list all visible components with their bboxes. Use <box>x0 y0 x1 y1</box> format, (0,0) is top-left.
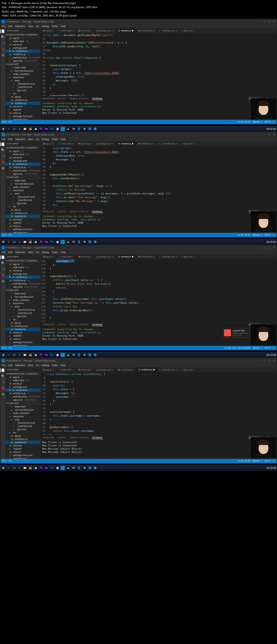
tree-item[interactable]: _mainSty.scss <box>5 85 41 89</box>
explorer-icon[interactable]: 📄 <box>0 142 4 146</box>
open-editor-item[interactable]: app.jssrc <box>5 150 41 153</box>
git-icon[interactable]: ⎇ <box>1 154 5 158</box>
tree-item[interactable]: _framework.scss <box>5 195 41 198</box>
open-editor-item[interactable]: chatStore.jssrc <box>5 166 41 169</box>
cursor-position[interactable]: Ln 116, Col 7 (12 selected) <box>225 347 250 349</box>
explorer-icon[interactable]: 📁 <box>23 240 27 244</box>
tree-item[interactable]: sass <box>5 79 41 82</box>
status-item[interactable]: ⚠ 0 <box>8 460 12 462</box>
tree-item[interactable]: _mainSty.scss <box>5 311 41 315</box>
vscode-taskbar-icon[interactable]: ⬚ <box>61 353 65 357</box>
editor-tab[interactable]: _mainSty.scss× <box>157 367 180 372</box>
editor-tab[interactable]: renderer.js <box>116 141 136 146</box>
panel-tab[interactable]: PROBLEMS <box>42 323 54 326</box>
photoshop-icon[interactable]: Ps <box>50 466 54 470</box>
chrome-icon[interactable]: ◉ <box>34 127 38 131</box>
tree-item[interactable]: app.scss <box>5 89 41 92</box>
photoshop-icon[interactable]: Ps <box>50 127 54 131</box>
tree-item[interactable]: src <box>5 92 41 95</box>
tree-item[interactable]: _mainSty.scss <box>5 198 41 202</box>
status-item[interactable]: ⚠ 0 <box>8 121 12 123</box>
firefox-icon[interactable]: 🦊 <box>28 353 32 357</box>
open-editor-item[interactable]: chatStore.jssrc <box>5 53 41 56</box>
project-section[interactable]: ▾ CHAT-APP <box>5 288 41 292</box>
start-button[interactable]: ⊞ <box>1 466 5 470</box>
premiere-icon[interactable]: Pr <box>39 127 43 131</box>
app-icon[interactable]: ▲ <box>66 353 70 357</box>
app-icon[interactable]: ✉ <box>71 466 76 470</box>
chrome-icon[interactable]: ◉ <box>34 240 38 244</box>
edge-icon[interactable]: e <box>17 240 22 244</box>
editor-content[interactable]: 1415161718192021222324252627282930313233… <box>41 33 276 96</box>
explorer-icon[interactable]: 📄 <box>0 255 4 259</box>
app-icon[interactable]: ✉ <box>71 353 76 357</box>
search-icon[interactable]: 🔍 <box>1 261 5 265</box>
menu-item[interactable]: Selection <box>15 25 25 28</box>
tree-item[interactable]: _framework.scss <box>5 308 41 311</box>
task-view-icon[interactable]: ▭ <box>12 127 16 131</box>
tree-item[interactable]: app.js <box>5 321 41 324</box>
maximize-button[interactable]: ▢ <box>268 133 271 136</box>
toast-notification[interactable]: Laravel MixBuild successfulSnoreToast <box>223 328 249 338</box>
panel-tab[interactable]: OUTPUT <box>57 323 66 326</box>
minimap[interactable] <box>268 259 276 322</box>
tree-item[interactable]: resources <box>5 189 41 192</box>
tree-item[interactable]: .babelrc <box>5 108 41 111</box>
open-editor-item[interactable]: _mainSty.scssresources/sass <box>5 395 41 398</box>
editor-tab[interactable]: app.js× <box>41 367 56 372</box>
terminal-output[interactable]: [nodemon] restarting due to changes...[n… <box>41 101 276 120</box>
search-icon[interactable]: 🔍 <box>1 374 5 378</box>
debug-icon[interactable]: 🐞 <box>1 273 5 277</box>
editor-tab[interactable]: chatStore.js <box>136 367 157 372</box>
menu-item[interactable]: Tasks <box>52 251 58 254</box>
menu-item[interactable]: Edit <box>8 364 13 367</box>
feedback-icon[interactable]: ☺ <box>273 347 275 349</box>
tree-item[interactable]: app.scss <box>5 202 41 205</box>
cursor-position[interactable]: Ln 26, Col 19 <box>238 121 250 123</box>
tree-item[interactable]: node_modules <box>5 411 41 415</box>
start-button[interactable]: ⊞ <box>1 240 5 244</box>
app-icon[interactable]: 👤 <box>77 353 81 357</box>
open-editor-item[interactable]: index.htmldist <box>5 153 41 156</box>
feedback-icon[interactable]: ☺ <box>273 121 275 123</box>
editor-tab[interactable]: app.js× <box>41 141 56 146</box>
menu-item[interactable]: Debug <box>42 251 49 254</box>
tree-item[interactable]: resources <box>5 76 41 79</box>
cortana-icon[interactable]: ○ <box>6 127 11 131</box>
tree-item[interactable]: mix-manifest.json <box>5 182 41 185</box>
editor-content[interactable]: 2324252627282930313233343536373839404142… <box>41 146 276 209</box>
vscode-taskbar-icon[interactable]: ⬚ <box>61 466 65 470</box>
code-body[interactable]: let root = document.getElementById("root… <box>47 33 268 96</box>
open-editor-item[interactable]: package.json <box>5 46 41 49</box>
tree-item[interactable]: renderer.js <box>5 102 41 105</box>
debug-icon[interactable]: 🐞 <box>1 160 5 164</box>
editor-tab[interactable]: package.json× <box>94 28 116 33</box>
tree-item[interactable]: src <box>5 318 41 321</box>
open-editor-item[interactable]: app.jssrc <box>5 36 41 40</box>
app-icon[interactable]: ▲ <box>66 466 70 470</box>
tree-item[interactable]: node_modules <box>5 72 41 76</box>
menu-item[interactable]: Debug <box>42 25 49 28</box>
editor-tab[interactable]: server.js× <box>76 141 94 146</box>
open-editors-section[interactable]: ▾ OPEN EDITORS 1 UNSAVED <box>5 146 41 150</box>
open-editor-item[interactable]: _mainSty.scssresources/sass <box>5 56 41 59</box>
task-view-icon[interactable]: ▭ <box>12 466 16 470</box>
panel-tab[interactable]: TERMINAL <box>92 97 103 100</box>
editor-tab[interactable]: server.js× <box>76 254 94 259</box>
aftereffects-icon[interactable]: Ae <box>44 353 49 357</box>
tree-item[interactable]: sass <box>5 305 41 308</box>
menu-item[interactable]: View <box>28 251 33 254</box>
tree-item[interactable]: renderer.js <box>5 441 41 444</box>
close-button[interactable]: ✕ <box>273 20 275 23</box>
tree-item[interactable]: _framework.scss <box>5 82 41 85</box>
app-icon[interactable]: 👤 <box>77 240 81 244</box>
tree-item[interactable]: .babelrc <box>5 221 41 224</box>
tree-item[interactable]: resources <box>5 415 41 418</box>
open-editor-item[interactable]: app.scssresources/sass <box>5 59 41 62</box>
aftereffects-icon[interactable]: Ae <box>44 466 49 470</box>
extensions-icon[interactable]: ▦ <box>1 279 5 283</box>
tree-item[interactable]: app.js <box>5 208 41 211</box>
tree-item[interactable]: src <box>5 431 41 434</box>
open-editor-item[interactable]: package.json <box>5 272 41 275</box>
editor-tab[interactable]: app.js× <box>41 254 56 259</box>
